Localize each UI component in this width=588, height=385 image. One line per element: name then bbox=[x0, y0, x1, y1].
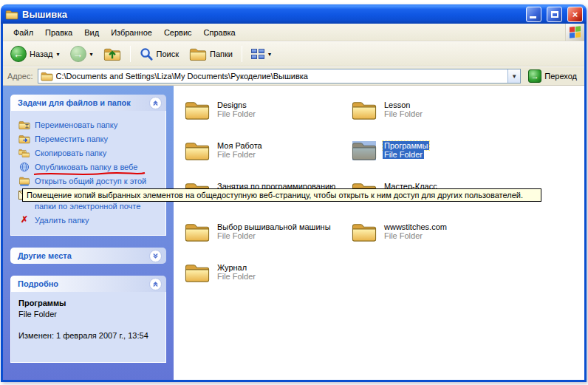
maximize-icon bbox=[551, 11, 558, 18]
task-delete-folder[interactable]: ✗ Удалить папку bbox=[18, 215, 161, 226]
folder-icon bbox=[351, 99, 377, 122]
folder-item-zhurnal[interactable]: Журнал File Folder bbox=[184, 262, 351, 302]
folder-item-moya-rabota[interactable]: Моя Работа File Folder bbox=[184, 140, 351, 180]
details-header[interactable]: Подробно bbox=[10, 276, 166, 292]
address-bar: Адрес: C:\Documents and Settings\Liza\My… bbox=[3, 67, 584, 86]
folders-button[interactable]: Папки bbox=[185, 44, 237, 64]
tasks-box-title: Задачи для файлов и папок bbox=[18, 98, 149, 107]
maximize-button[interactable] bbox=[547, 7, 562, 22]
file-list: Designs File Folder Lesson File Folder bbox=[174, 86, 584, 380]
details-item-name: Программы bbox=[18, 298, 161, 309]
minimize-icon bbox=[530, 16, 536, 18]
views-button[interactable]: ▾ bbox=[247, 47, 276, 61]
views-dropdown-icon[interactable]: ▾ bbox=[268, 51, 271, 58]
go-label: Переход bbox=[544, 72, 577, 81]
collapse-button[interactable] bbox=[149, 97, 162, 109]
search-icon bbox=[140, 47, 154, 61]
details-box: Подробно Программы File Folder Изменен: … bbox=[10, 276, 166, 363]
menu-help[interactable]: Справка bbox=[198, 24, 242, 41]
title-bar: Вышивка × bbox=[1, 4, 587, 24]
copy-icon bbox=[18, 148, 30, 158]
chevron-up-icon bbox=[152, 281, 159, 287]
minimize-button[interactable] bbox=[526, 7, 541, 22]
toolbar: ← Назад ▾ → ▾ Поиск bbox=[3, 41, 584, 67]
menu-tools[interactable]: Сервис bbox=[158, 24, 198, 41]
search-button[interactable]: Поиск bbox=[135, 45, 183, 64]
delete-icon: ✗ bbox=[18, 215, 30, 225]
folder-item-wwwstitches[interactable]: wwwstitches.com File Folder bbox=[351, 221, 518, 262]
move-icon bbox=[18, 134, 30, 144]
address-folder-icon bbox=[41, 71, 53, 81]
folder-icon bbox=[184, 140, 211, 163]
menu-file[interactable]: Файл bbox=[7, 24, 39, 41]
toolbar-separator bbox=[130, 46, 131, 62]
details-modified: Изменен: 1 февраля 2007 г., 13:54 bbox=[18, 330, 161, 341]
window-folder-icon bbox=[5, 9, 18, 20]
details-title: Подробно bbox=[18, 279, 149, 288]
chevron-up-icon bbox=[152, 100, 159, 106]
expand-button[interactable] bbox=[149, 250, 162, 262]
address-label: Адрес: bbox=[7, 72, 33, 81]
address-dropdown-button[interactable]: ▼ bbox=[507, 69, 520, 83]
toolbar-separator bbox=[242, 46, 242, 62]
up-button[interactable] bbox=[99, 44, 126, 64]
collapse-button[interactable] bbox=[149, 278, 162, 290]
publish-icon bbox=[18, 162, 30, 172]
folders-icon bbox=[189, 47, 207, 61]
views-icon bbox=[251, 49, 264, 59]
folder-item-programmy-selected[interactable]: Программы File Folder bbox=[351, 140, 518, 180]
go-icon: → bbox=[528, 69, 541, 83]
close-button[interactable]: × bbox=[567, 7, 583, 22]
folder-icon bbox=[184, 99, 211, 122]
forward-button[interactable]: → ▾ bbox=[66, 44, 98, 64]
windows-flag-icon bbox=[570, 26, 581, 38]
tasks-box-header[interactable]: Задачи для файлов и папок bbox=[10, 95, 166, 111]
back-button[interactable]: ← Назад ▾ bbox=[6, 44, 64, 64]
menu-view[interactable]: Вид bbox=[78, 24, 105, 41]
address-value: C:\Documents and Settings\Liza\My Docume… bbox=[56, 72, 505, 81]
task-share-folder[interactable]: Открыть общий доступ к этой bbox=[18, 176, 161, 187]
chevron-down-icon bbox=[152, 253, 159, 259]
forward-icon: → bbox=[70, 46, 86, 62]
folders-label: Папки bbox=[210, 50, 233, 58]
folder-item-vybor-mashiny[interactable]: Выбор вышивальной машины File Folder bbox=[184, 221, 351, 262]
forward-dropdown-icon[interactable]: ▾ bbox=[90, 51, 93, 58]
task-publish-folder[interactable]: Опубликовать папку в вебе bbox=[18, 162, 161, 173]
folder-item-lesson[interactable]: Lesson File Folder bbox=[351, 99, 518, 140]
menu-bar: Файл Правка Вид Избранное Сервис Справка bbox=[3, 24, 584, 41]
task-move-folder[interactable]: Переместить папку bbox=[18, 134, 161, 145]
file-folder-tasks-box: Задачи для файлов и папок Переименовать … bbox=[10, 95, 166, 236]
up-folder-icon bbox=[103, 47, 121, 61]
other-places-title: Другие места bbox=[18, 251, 149, 260]
folder-icon bbox=[351, 221, 377, 244]
folder-item-designs[interactable]: Designs File Folder bbox=[184, 99, 351, 140]
close-icon: × bbox=[572, 9, 578, 20]
windows-logo bbox=[565, 24, 584, 41]
rename-icon bbox=[18, 120, 30, 130]
task-pane: Задачи для файлов и папок Переименовать … bbox=[3, 86, 174, 380]
search-label: Поиск bbox=[157, 50, 179, 58]
menu-edit[interactable]: Правка bbox=[39, 24, 78, 41]
details-item-type: File Folder bbox=[18, 309, 161, 320]
folder-icon bbox=[351, 140, 377, 163]
other-places-box: Другие места bbox=[10, 248, 166, 264]
other-places-header[interactable]: Другие места bbox=[10, 248, 166, 264]
address-combobox[interactable]: C:\Documents and Settings\Liza\My Docume… bbox=[38, 69, 522, 84]
window-title: Вышивка bbox=[22, 9, 521, 20]
menu-favorites[interactable]: Избранное bbox=[105, 24, 158, 41]
task-copy-folder[interactable]: Скопировать папку bbox=[18, 148, 161, 159]
share-icon bbox=[18, 176, 30, 186]
tooltip: Помещение копий выбранных элементов на о… bbox=[22, 188, 541, 202]
folder-icon bbox=[184, 262, 211, 285]
go-button[interactable]: → Переход bbox=[525, 69, 580, 84]
task-rename-folder[interactable]: Переименовать папку bbox=[18, 120, 161, 131]
back-dropdown-icon[interactable]: ▾ bbox=[57, 51, 60, 58]
back-icon: ← bbox=[10, 46, 27, 62]
folder-icon bbox=[184, 221, 211, 244]
back-label: Назад bbox=[30, 50, 53, 58]
